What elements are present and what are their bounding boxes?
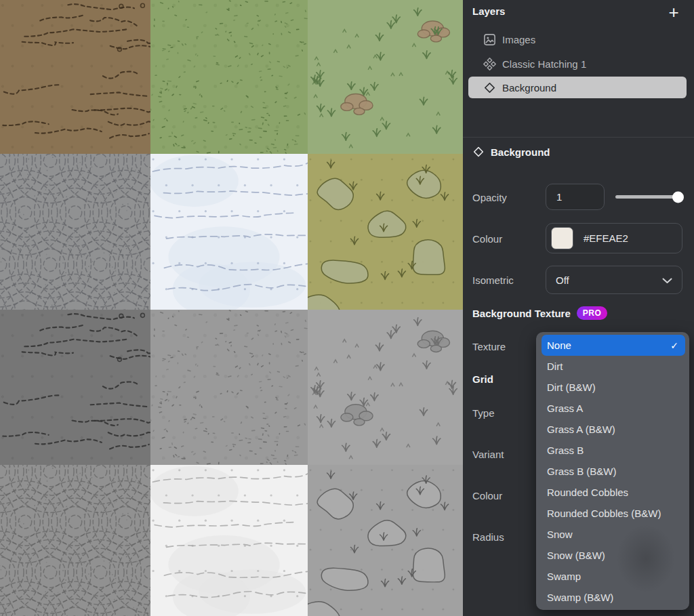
layers-panel-title: Layers (472, 5, 505, 17)
isometric-value: Off (556, 274, 569, 286)
texture-dropdown-menu: None ✓ Dirt Dirt (B&W) Grass A Grass A (… (536, 332, 689, 610)
opacity-slider[interactable] (615, 195, 683, 199)
add-layer-button[interactable]: + (661, 0, 686, 24)
diamond-icon (472, 146, 485, 158)
pro-badge: PRO (577, 306, 608, 320)
texture-preview-grass-b (308, 0, 463, 154)
background-texture-title: Background Texture (472, 308, 571, 319)
background-texture-header: Background Texture PRO (472, 306, 607, 320)
colour-hex-value: #EFEAE2 (584, 232, 628, 244)
opacity-input[interactable] (546, 184, 605, 210)
texture-preview-grass-a-bw (150, 310, 308, 465)
texture-option-rounded-cobbles-bw[interactable]: Rounded Cobbles (B&W) (542, 503, 685, 524)
variant-label: Variant (472, 449, 504, 460)
background-section-header: Background (472, 146, 550, 158)
layer-item-label: Background (502, 82, 556, 94)
panel-divider (463, 137, 694, 138)
type-label: Type (472, 407, 495, 419)
layer-item-label: Classic Hatching 1 (502, 58, 586, 70)
texture-option-grass-a-bw[interactable]: Grass A (B&W) (542, 419, 685, 440)
hatching-icon (483, 58, 496, 70)
texture-preview-cobbles (0, 154, 150, 310)
app-root: Layers + Images Classic Hatching 1 (0, 0, 694, 616)
texture-option-swamp-bw[interactable]: Swamp (B&W) (542, 587, 685, 608)
colour-field[interactable]: #EFEAE2 (546, 223, 682, 253)
texture-option-none[interactable]: None ✓ (542, 335, 685, 356)
texture-option-swamp[interactable]: Swamp (542, 566, 685, 587)
map-canvas[interactable] (0, 0, 463, 616)
texture-preview-grass-b-bw (308, 310, 463, 465)
texture-preview-cobbles-bw (0, 465, 150, 616)
grid-section-title: Grid (472, 373, 493, 385)
opacity-label: Opacity (472, 192, 507, 203)
texture-option-snow[interactable]: Snow (542, 524, 685, 545)
chevron-down-icon (662, 274, 672, 286)
texture-preview-swamp-bw (308, 465, 463, 616)
layer-item-background[interactable]: Background (468, 77, 687, 98)
texture-preview-dirt-bw (0, 310, 150, 465)
isometric-select[interactable]: Off (546, 266, 682, 294)
texture-option-snow-bw[interactable]: Snow (B&W) (542, 545, 685, 566)
texture-option-grass-b-bw[interactable]: Grass B (B&W) (542, 461, 685, 482)
radius-label: Radius (472, 531, 504, 543)
texture-preview-dirt (0, 0, 150, 154)
background-section-title: Background (491, 146, 550, 158)
texture-preview-grass-a (150, 0, 308, 154)
texture-preview-swamp (308, 154, 463, 310)
texture-option-rounded-cobbles[interactable]: Rounded Cobbles (542, 482, 685, 503)
texture-option-dirt[interactable]: Dirt (542, 356, 685, 377)
texture-option-label: None (547, 340, 571, 351)
layer-item-images[interactable]: Images (468, 28, 687, 50)
layer-item-label: Images (502, 34, 535, 45)
texture-preview-snow-bw (150, 465, 308, 616)
colour-label: Colour (472, 233, 502, 245)
texture-option-grass-b[interactable]: Grass B (542, 440, 685, 461)
opacity-slider-knob[interactable] (672, 191, 684, 203)
colour-swatch[interactable] (551, 227, 573, 249)
right-panel: Layers + Images Classic Hatching 1 (463, 0, 694, 616)
diamond-icon (483, 81, 496, 94)
check-icon: ✓ (670, 340, 678, 351)
texture-preview-snow (150, 154, 308, 310)
image-icon (483, 33, 496, 46)
texture-option-dirt-bw[interactable]: Dirt (B&W) (542, 377, 685, 398)
texture-option-grass-a[interactable]: Grass A (542, 398, 685, 419)
isometric-label: Isometric (472, 274, 514, 286)
layer-item-classic-hatching[interactable]: Classic Hatching 1 (468, 53, 687, 75)
texture-label: Texture (472, 341, 506, 352)
grid-colour-label: Colour (472, 490, 502, 501)
